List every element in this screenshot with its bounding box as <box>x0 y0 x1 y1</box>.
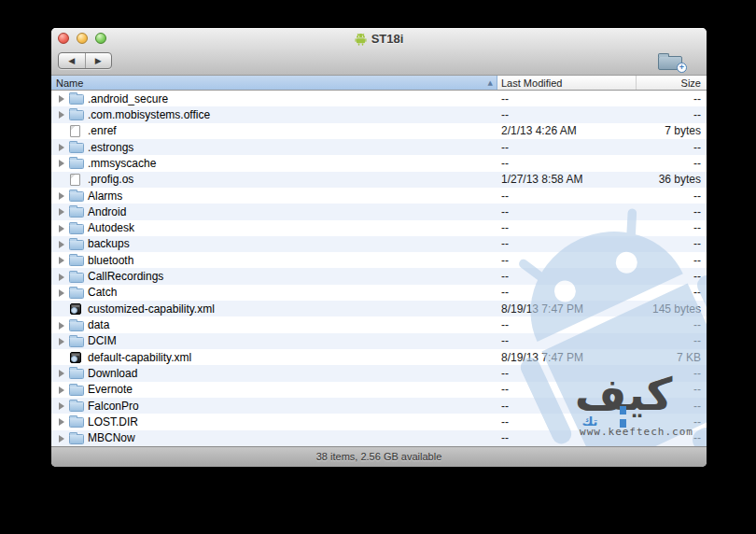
last-modified-column-label: Last Modified <box>501 77 562 89</box>
size-cell: 7 KB <box>637 351 707 364</box>
disclosure-triangle-icon[interactable] <box>59 257 64 264</box>
file-name: Autodesk <box>88 221 134 234</box>
last-modified-cell: -- <box>497 190 637 203</box>
file-name: .mmsyscache <box>88 157 156 170</box>
table-row[interactable]: DCIM---- <box>51 333 707 349</box>
back-icon: ◀ <box>68 56 75 65</box>
table-row[interactable]: Autodesk---- <box>51 220 707 236</box>
size-cell: -- <box>637 415 707 429</box>
last-modified-cell: -- <box>497 205 637 218</box>
size-cell: -- <box>637 141 707 154</box>
folder-icon <box>69 321 84 331</box>
file-name-cell: .estrongs <box>51 141 497 154</box>
disclosure-triangle-icon[interactable] <box>59 225 64 232</box>
status-text: 38 items, 2.56 GB available <box>316 451 442 462</box>
table-row[interactable]: .mmsyscache---- <box>51 155 707 171</box>
last-modified-cell: -- <box>497 270 637 283</box>
last-modified-cell: 8/19/13 7:47 PM <box>497 351 637 364</box>
disclosure-triangle-icon[interactable] <box>59 192 64 200</box>
back-button[interactable]: ◀ <box>59 53 86 68</box>
table-row[interactable]: MBCNow---- <box>51 430 707 446</box>
file-name-cell: .com.mobisystems.office <box>51 108 497 121</box>
file-list: .android_secure----.com.mobisystems.offi… <box>51 91 707 446</box>
table-row[interactable]: .android_secure---- <box>51 91 707 106</box>
disclosure-triangle-icon[interactable] <box>59 322 64 330</box>
column-header-size[interactable]: Size <box>637 76 707 90</box>
disclosure-triangle-icon[interactable] <box>59 160 64 167</box>
folder-icon <box>69 240 84 250</box>
table-row[interactable]: default-capability.xml8/19/13 7:47 PM7 K… <box>51 349 707 365</box>
table-row[interactable]: FalconPro---- <box>51 398 707 414</box>
file-name: customized-capability.xml <box>88 302 215 316</box>
disclosure-triangle-icon[interactable] <box>59 95 64 103</box>
disclosure-triangle-icon[interactable] <box>59 274 64 281</box>
new-folder-button[interactable]: + <box>657 51 685 72</box>
disclosure-triangle-icon[interactable] <box>59 435 64 443</box>
last-modified-cell: -- <box>497 431 637 444</box>
disclosure-triangle-icon[interactable] <box>59 386 64 394</box>
file-name: Catch <box>88 286 117 299</box>
table-row[interactable]: .enref2/1/13 4:26 AM7 bytes <box>51 123 707 139</box>
table-row[interactable]: LOST.DIR---- <box>51 414 707 429</box>
last-modified-cell: -- <box>497 92 637 105</box>
table-row[interactable]: .com.mobisystems.office---- <box>51 106 707 122</box>
table-row[interactable]: CallRecordings---- <box>51 268 707 284</box>
disclosure-triangle-icon[interactable] <box>59 241 64 248</box>
nav-buttons: ◀ ▶ <box>58 52 112 69</box>
disclosure-triangle-icon[interactable] <box>59 402 64 410</box>
last-modified-cell: -- <box>497 383 637 396</box>
table-row[interactable]: Catch---- <box>51 285 707 301</box>
disclosure-triangle-icon[interactable] <box>59 144 64 151</box>
disclosure-triangle-icon[interactable] <box>59 289 64 297</box>
table-row[interactable]: .estrongs---- <box>51 139 707 155</box>
disclosure-triangle-icon[interactable] <box>59 111 64 119</box>
file-name-cell: data <box>51 318 497 331</box>
size-cell: -- <box>637 254 707 267</box>
file-name-cell: .mmsyscache <box>51 157 497 170</box>
column-header-last-modified[interactable]: Last Modified <box>497 76 637 90</box>
size-cell: -- <box>637 383 707 396</box>
file-name: .enref <box>88 124 117 137</box>
size-cell: -- <box>637 237 707 250</box>
file-name-cell: DCIM <box>51 334 497 347</box>
toolbar: ◀ ▶ + <box>58 51 700 72</box>
size-cell: -- <box>637 318 707 331</box>
file-name-cell: Alarms <box>51 190 497 203</box>
table-row[interactable]: Evernote---- <box>51 382 707 398</box>
table-row[interactable]: data---- <box>51 316 707 332</box>
status-bar: 38 items, 2.56 GB available <box>51 446 707 467</box>
table-row[interactable]: backups---- <box>51 236 707 252</box>
table-row[interactable]: Download---- <box>51 365 707 381</box>
file-browser-window: ST18i ◀ ▶ + Name ▲ Last Modified <box>51 28 707 467</box>
file-name: Alarms <box>88 190 122 203</box>
disclosure-triangle-icon[interactable] <box>59 370 64 377</box>
folder-icon <box>69 386 84 396</box>
table-row[interactable]: bluetooth---- <box>51 252 707 268</box>
size-cell: 7 bytes <box>637 124 707 137</box>
window-title: ST18i <box>371 32 404 46</box>
last-modified-cell: -- <box>497 400 637 413</box>
file-name-cell: Autodesk <box>51 221 497 234</box>
file-name: CallRecordings <box>88 270 163 283</box>
xml-file-icon <box>70 352 81 363</box>
table-row[interactable]: Alarms---- <box>51 188 707 204</box>
file-name-cell: .profig.os <box>51 173 497 186</box>
table-row[interactable]: .profig.os1/27/13 8:58 AM36 bytes <box>51 172 707 188</box>
size-column-label: Size <box>681 77 701 89</box>
column-header-name[interactable]: Name ▲ <box>51 76 497 90</box>
forward-button[interactable]: ▶ <box>86 53 112 68</box>
forward-icon: ▶ <box>95 56 102 65</box>
file-name: data <box>88 318 109 331</box>
size-cell: -- <box>637 221 707 234</box>
file-name: MBCNow <box>88 431 135 444</box>
disclosure-triangle-icon[interactable] <box>59 208 64 216</box>
table-row[interactable]: Android---- <box>51 204 707 219</box>
table-row[interactable]: customized-capability.xml8/19/13 7:47 PM… <box>51 301 707 316</box>
disclosure-triangle-icon[interactable] <box>59 338 64 345</box>
disclosure-triangle-icon[interactable] <box>59 418 64 426</box>
list-area: .android_secure----.com.mobisystems.offi… <box>51 91 707 446</box>
folder-icon <box>69 224 84 234</box>
last-modified-cell: -- <box>497 415 637 429</box>
file-name: .com.mobisystems.office <box>88 108 210 121</box>
document-icon <box>70 125 80 137</box>
